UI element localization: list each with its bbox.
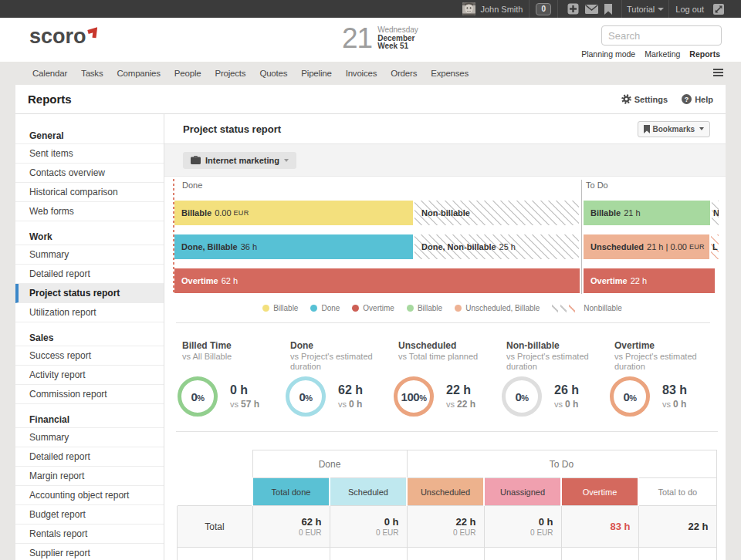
report-main: Project status report Bookmarks Internet… [164, 114, 726, 560]
table-row-total-label: Total [177, 506, 252, 548]
header-links: Planning mode Marketing Reports [581, 49, 720, 59]
reports-sidebar: General Sent items Contacts overview His… [15, 114, 164, 560]
sidebar-section-general: General [15, 114, 164, 144]
avatar [462, 2, 475, 15]
nav-invoices[interactable]: Invoices [339, 69, 384, 78]
totals-table-section: Done To Do Total done Scheduled Unschedu… [164, 432, 726, 560]
filter-bar: Internet marketing [164, 144, 726, 177]
kpi-overtime-title: Overtime [614, 340, 716, 351]
date-widget: 21 Wednesday December Week 51 [342, 19, 418, 58]
table-col-unassigned: Unassigned [484, 478, 561, 506]
mail-icon[interactable] [582, 5, 601, 14]
nav-companies[interactable]: Companies [110, 69, 167, 78]
legend-billable-yellow: Billable [262, 304, 298, 312]
kpi-unscheduled-title: Unscheduled [398, 340, 500, 351]
fullscreen-icon[interactable] [704, 4, 724, 15]
search-input[interactable] [601, 25, 722, 46]
sidebar-item-work-detailed-report[interactable]: Detailed report [15, 265, 164, 284]
bar-todo-late-clipped[interactable]: L [711, 234, 719, 259]
sidebar-item-commission-report[interactable]: Commission report [15, 385, 164, 404]
cell-unassigned: 0 h0 EUR [484, 506, 561, 548]
chevron-down-icon [658, 8, 664, 11]
bar-todo-unscheduled[interactable]: Unscheduled21 h | 0.00EUR [584, 234, 709, 259]
bar-done-done-nonbillable[interactable]: Done, Non-billable25 h [414, 234, 579, 259]
table-col-scheduled: Scheduled [330, 478, 407, 506]
sidebar-item-activity-report[interactable]: Activity report [15, 366, 164, 385]
add-button[interactable] [564, 3, 582, 15]
link-reports[interactable]: Reports [689, 49, 720, 59]
table-group-todo: To Do [407, 450, 716, 478]
help-button[interactable]: ?Help [682, 94, 713, 104]
kpi-unscheduled-subtitle: vs Total time planned [398, 352, 495, 362]
report-header: Project status report Bookmarks [164, 114, 726, 144]
help-icon: ? [682, 94, 692, 104]
logout-button[interactable]: Log out [675, 5, 704, 14]
sidebar-item-sent-items[interactable]: Sent items [15, 144, 164, 164]
sidebar-item-work-summary[interactable]: Summary [15, 245, 164, 265]
kpi-overtime-subtitle: vs Project's estimated duration [614, 352, 711, 372]
kpi-overtime-value: 83 hvs 0 h [662, 383, 687, 411]
nav-pipeline[interactable]: Pipeline [294, 69, 338, 78]
logout-section: Log out [668, 0, 741, 18]
app-header: scoro 21 Wednesday December Week 51 Plan… [0, 18, 741, 62]
cell-scheduled: 0 h0 EUR [330, 506, 407, 548]
report-title: Project status report [183, 123, 281, 135]
bar-done-billable[interactable]: Billable0.00EUR [174, 201, 413, 225]
sidebar-item-historical-comparison[interactable]: Historical comparison [15, 183, 164, 202]
kpi-done-value: 62 hvs 0 h [338, 383, 363, 411]
top-bar: John Smith 0 Tutorial Log out [0, 0, 741, 18]
link-marketing[interactable]: Marketing [645, 49, 680, 59]
sidebar-item-rentals-report[interactable]: Rentals report [15, 525, 164, 544]
sidebar-item-supplier-report[interactable]: Supplier report [15, 544, 164, 560]
notification-badge[interactable]: 0 [536, 3, 551, 15]
legend-overtime: Overtime [352, 304, 394, 312]
cell-overtime: 83 h [561, 506, 638, 548]
settings-button[interactable]: Settings [621, 94, 668, 104]
bar-done-nonbillable[interactable]: Non-billable [414, 201, 579, 225]
sidebar-item-accounting-object-report[interactable]: Accounting object report [15, 486, 164, 505]
sidebar-item-margin-report[interactable]: Margin report [15, 467, 164, 486]
kpi-done-subtitle: vs Project's estimated duration [290, 352, 387, 372]
project-status-chart: Done To Do Billable0.00EUR Non-billable … [164, 177, 718, 323]
bookmark-icon[interactable] [601, 4, 615, 15]
bar-todo-overtime[interactable]: Overtime22 h [584, 268, 715, 293]
bar-done-done-billable[interactable]: Done, Billable36 h [174, 234, 413, 259]
sidebar-item-contacts-overview[interactable]: Contacts overview [15, 164, 164, 183]
sidebar-item-budget-report[interactable]: Budget report [15, 505, 164, 525]
kpi-nonbillable-value: 26 hvs 0 h [554, 383, 579, 411]
sidebar-item-financial-detailed-report[interactable]: Detailed report [15, 447, 164, 467]
tutorial-menu[interactable]: Tutorial [621, 0, 668, 18]
sidebar-item-utilization-report[interactable]: Utilization report [15, 303, 164, 322]
kpi-billed-time-title: Billed Time [182, 340, 284, 351]
link-planning-mode[interactable]: Planning mode [581, 49, 635, 59]
nav-expenses[interactable]: Expenses [424, 69, 475, 78]
nav-tasks[interactable]: Tasks [74, 69, 110, 78]
scoro-logo[interactable]: scoro [29, 25, 86, 49]
legend-done: Done [310, 304, 340, 312]
totals-table: Done To Do Total done Scheduled Unschedu… [176, 450, 717, 560]
sidebar-item-web-forms[interactable]: Web forms [15, 202, 164, 221]
user-menu[interactable]: John Smith [456, 0, 529, 18]
kpi-done-ring: 0% [286, 376, 326, 417]
nav-calendar[interactable]: Calendar [25, 69, 74, 78]
table-col-overtime: Overtime [561, 478, 638, 506]
kpi-nonbillable-ring: 0% [502, 376, 542, 417]
project-filter-chip[interactable]: Internet marketing [183, 152, 296, 169]
nav-people[interactable]: People [167, 69, 208, 78]
nav-projects[interactable]: Projects [208, 69, 252, 78]
kpi-nonbillable-subtitle: vs Project's estimated duration [506, 352, 603, 372]
sidebar-item-project-status-report[interactable]: Project status report [15, 284, 164, 303]
project-filter-label: Internet marketing [205, 156, 279, 165]
user-name: John Smith [480, 5, 523, 14]
menu-icon[interactable] [713, 69, 723, 78]
cell-unscheduled: 22 h0 EUR [407, 506, 484, 548]
bar-todo-billable[interactable]: Billable21 h [584, 201, 710, 225]
sidebar-item-success-report[interactable]: Success report [15, 346, 164, 366]
nav-orders[interactable]: Orders [384, 69, 424, 78]
bar-done-overtime[interactable]: Overtime62 h [174, 268, 580, 293]
sidebar-item-financial-summary[interactable]: Summary [15, 428, 164, 447]
kpi-unscheduled-value: 22 hvs 22 h [446, 383, 475, 411]
bar-todo-nonbillable-clipped[interactable]: N [712, 201, 719, 225]
nav-quotes[interactable]: Quotes [252, 69, 294, 78]
bookmarks-button[interactable]: Bookmarks [638, 121, 710, 137]
